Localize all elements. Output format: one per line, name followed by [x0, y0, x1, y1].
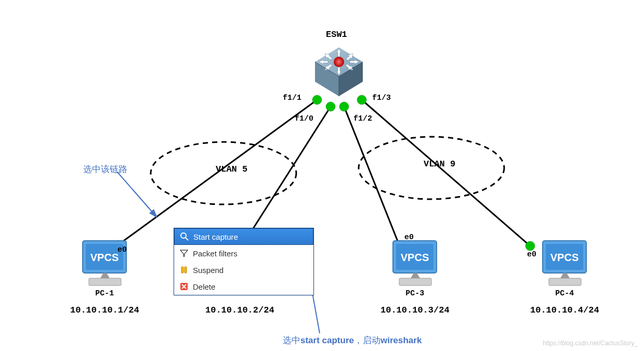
- svg-line-1: [243, 107, 331, 245]
- svg-line-2: [344, 107, 399, 245]
- menu-delete[interactable]: Delete: [174, 278, 313, 295]
- vlan5-label: VLAN 5: [216, 164, 247, 174]
- svg-point-29: [181, 233, 186, 238]
- menu-start-capture[interactable]: Start capture: [174, 228, 313, 245]
- svg-line-30: [186, 238, 188, 240]
- pause-icon: [179, 265, 189, 275]
- port-f12: f1/2: [353, 114, 372, 123]
- annotation-start-capture: 选中start capture，启动wireshark: [283, 334, 422, 346]
- menu-suspend[interactable]: Suspend: [174, 262, 313, 278]
- pc4-ip: 10.10.10.4/24: [530, 305, 599, 315]
- pc3-ip: 10.10.10.3/24: [380, 305, 450, 315]
- svg-point-15: [334, 57, 344, 67]
- svg-rect-33: [185, 267, 187, 273]
- switch-esw1[interactable]: [311, 43, 366, 102]
- menu-packet-filters[interactable]: Packet filters: [174, 245, 313, 262]
- svg-rect-32: [181, 267, 183, 273]
- magnifier-icon: [180, 232, 189, 241]
- delete-icon: [179, 282, 189, 291]
- svg-line-3: [362, 100, 530, 246]
- menu-start-label: Start capture: [193, 232, 238, 241]
- port-f10: f1/0: [295, 114, 313, 123]
- pc4-label: PC-4: [530, 289, 599, 298]
- svg-point-5: [326, 102, 335, 111]
- pc3-if: e0: [404, 233, 414, 242]
- pc1-label: PC-1: [70, 289, 139, 298]
- port-f13: f1/3: [372, 94, 391, 102]
- menu-delete-label: Delete: [193, 282, 215, 291]
- arrow-select-link: [117, 172, 157, 217]
- node-pc3[interactable]: PC-3 10.10.10.3/24: [380, 238, 450, 315]
- menu-filters-label: Packet filters: [193, 249, 238, 258]
- pc1-if: e0: [117, 245, 127, 254]
- svg-point-6: [339, 102, 349, 111]
- menu-suspend-label: Suspend: [193, 266, 224, 275]
- svg-marker-31: [180, 250, 188, 256]
- pc3-label: PC-3: [380, 289, 450, 298]
- port-f11: f1/1: [283, 94, 301, 102]
- watermark-text: https://blog.csdn.net/CactusStory_: [543, 340, 638, 347]
- funnel-icon: [179, 249, 189, 258]
- vlan9-label: VLAN 9: [424, 159, 455, 169]
- links: [118, 100, 530, 246]
- node-pc1[interactable]: PC-1 10.10.10.1/24: [70, 238, 139, 315]
- annotation-select-link: 选中该链路: [83, 163, 127, 175]
- switch-label: ESW1: [326, 30, 347, 40]
- node-pc4[interactable]: PC-4 10.10.10.4/24: [530, 238, 599, 315]
- pc4-if: e0: [527, 250, 536, 259]
- pc2-ip: 10.10.10.2/24: [205, 305, 274, 315]
- context-menu: Start capture Packet filters Suspend Del…: [174, 228, 314, 295]
- pc1-ip: 10.10.10.1/24: [70, 305, 139, 315]
